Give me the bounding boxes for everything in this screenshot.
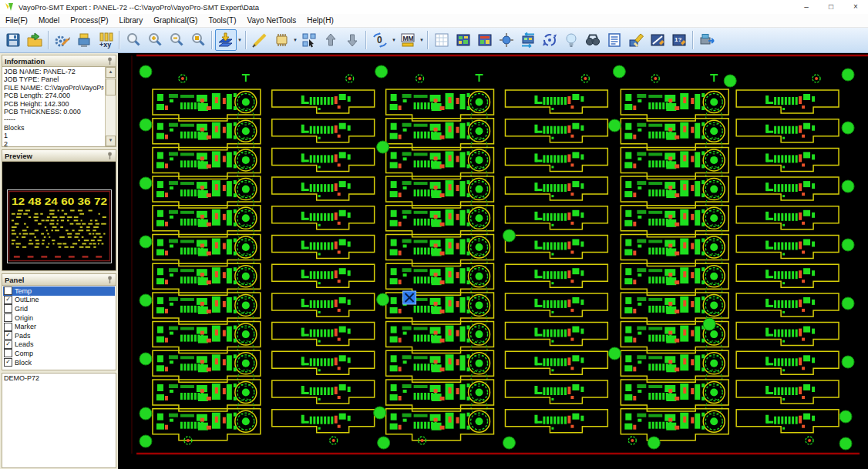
pin-icon[interactable] xyxy=(106,152,113,160)
info-line: JOB NAME: PANEL-72 xyxy=(4,68,104,75)
pcb-block-icon[interactable] xyxy=(474,29,496,51)
layer-label: Origin xyxy=(15,314,33,322)
toolbar-separator xyxy=(427,31,429,49)
zoom-fit-icon[interactable] xyxy=(187,29,209,51)
menu-item-help-h-[interactable]: Help(H) xyxy=(301,15,338,25)
checkbox-marker[interactable] xyxy=(4,323,12,331)
layer-select-icon[interactable] xyxy=(215,29,237,51)
center-origin-icon[interactable] xyxy=(496,29,517,51)
checkbox-comp[interactable] xyxy=(4,349,12,357)
board-rotate-icon[interactable] xyxy=(539,29,560,51)
layer-row-leads[interactable]: ✓Leads xyxy=(3,340,115,350)
menu-item-vayo-nettools[interactable]: Vayo NetTools xyxy=(242,15,302,25)
app-logo-icon xyxy=(5,2,15,12)
pcb-view-icon[interactable] xyxy=(453,29,474,51)
job-list-item[interactable]: DEMO-P72 xyxy=(4,374,114,382)
information-header[interactable]: Information xyxy=(2,55,116,67)
zoom-out-icon[interactable] xyxy=(166,29,187,51)
pcb-canvas[interactable] xyxy=(118,53,868,469)
layer-select-dropdown-icon[interactable]: ▼ xyxy=(237,38,243,42)
toolbar-separator xyxy=(245,31,247,49)
preview-panel: Preview 12 48 24 60 36 72 xyxy=(2,149,116,271)
save-icon[interactable] xyxy=(2,29,24,51)
layer-row-origin[interactable]: Origin xyxy=(3,313,115,323)
component-dropdown-icon[interactable]: ▼ xyxy=(292,38,298,42)
maximize-button[interactable]: □ xyxy=(819,0,843,14)
highlight-bulb-icon[interactable] xyxy=(560,29,582,51)
panel-header[interactable]: Panel xyxy=(2,273,116,286)
layer-row-marker[interactable]: Marker xyxy=(3,322,115,331)
menu-item-file-f-[interactable]: File(F) xyxy=(0,15,33,25)
toolbar-separator xyxy=(48,31,49,49)
preview-content: 12 48 24 60 36 72 xyxy=(2,162,116,271)
grid-array-icon[interactable] xyxy=(431,29,453,51)
export-machine-icon[interactable] xyxy=(696,29,718,51)
window-title: VayoPro-SMT Expert : PANEL-72 --C:\VayoP… xyxy=(19,3,794,12)
unit-mm-dropdown-icon[interactable]: ▼ xyxy=(419,38,425,42)
layer-row-temp[interactable]: Temp xyxy=(3,286,115,296)
multi-select-icon[interactable] xyxy=(298,29,320,51)
checkbox-pads[interactable]: ✓ xyxy=(4,331,12,340)
information-title: Information xyxy=(5,57,45,65)
find-binoculars-icon[interactable] xyxy=(582,29,604,51)
svg-text:+xy: +xy xyxy=(99,41,111,49)
zoom-window-icon[interactable] xyxy=(123,29,144,51)
pin-icon[interactable] xyxy=(106,276,113,284)
layer-panel: Panel Temp✓OutLineGridOriginMarker✓Pads✓… xyxy=(2,273,116,370)
rotate-angle-icon[interactable]: 0 xyxy=(369,29,391,51)
layer-row-outline[interactable]: ✓OutLine xyxy=(3,296,115,305)
info-line: PCB Height: 142.300 xyxy=(4,100,104,108)
zoom-in-icon[interactable] xyxy=(144,29,166,51)
preview-header[interactable]: Preview xyxy=(2,149,116,162)
title-bar: VayoPro-SMT Expert : PANEL-72 --C:\VayoP… xyxy=(0,0,868,14)
clean-brush-icon[interactable] xyxy=(625,29,647,51)
pin-icon[interactable] xyxy=(106,57,113,65)
checkbox-leads[interactable]: ✓ xyxy=(4,340,12,349)
panel-preview-thumbnail[interactable]: 12 48 24 60 36 72 xyxy=(7,189,112,263)
menu-item-process-p-[interactable]: Process(P) xyxy=(65,15,113,25)
report-list-icon[interactable] xyxy=(604,29,625,51)
svg-text:0: 0 xyxy=(377,35,382,45)
menu-item-graphical-g-[interactable]: Graphical(G) xyxy=(148,15,203,25)
scroll-thumb[interactable] xyxy=(106,79,116,95)
scroll-down-icon[interactable]: ▼ xyxy=(106,136,116,146)
layer-label: Grid xyxy=(15,305,28,313)
board-compare-icon[interactable] xyxy=(647,29,668,51)
move-down-icon[interactable] xyxy=(341,29,363,51)
layer-row-grid[interactable]: Grid xyxy=(3,304,115,313)
import-model-icon[interactable] xyxy=(24,29,45,51)
feeder-setup-icon[interactable] xyxy=(73,29,95,51)
board-transfer-icon[interactable] xyxy=(517,29,539,51)
job-list[interactable]: DEMO-P72 xyxy=(2,373,116,468)
information-content: JOB NAME: PANEL-72JOB TYPE: PanelFILE NA… xyxy=(2,67,116,147)
close-button[interactable]: × xyxy=(843,0,868,14)
menu-item-model[interactable]: Model xyxy=(33,15,65,25)
layer-label: Block xyxy=(15,359,32,367)
checkbox-outline[interactable]: ✓ xyxy=(4,296,12,304)
move-up-icon[interactable] xyxy=(320,29,341,51)
board-compare-2-icon[interactable]: 1? xyxy=(668,29,690,51)
layer-row-comp[interactable]: Comp xyxy=(3,349,115,358)
menu-item-tools-t-[interactable]: Tools(T) xyxy=(203,15,241,25)
checkbox-origin[interactable] xyxy=(4,313,12,322)
component-icon[interactable] xyxy=(271,29,292,51)
toolbar-separator xyxy=(365,31,367,49)
measure-icon[interactable] xyxy=(249,29,271,51)
selected-component[interactable] xyxy=(403,291,416,304)
unit-mm-icon[interactable]: MM xyxy=(397,29,419,51)
svg-text:1?: 1? xyxy=(675,36,681,43)
minimize-button[interactable]: – xyxy=(794,0,819,14)
checkbox-temp[interactable] xyxy=(4,286,12,295)
gear-edit-icon[interactable] xyxy=(52,29,73,51)
scroll-up-icon[interactable]: ▲ xyxy=(106,67,116,78)
menu-item-library[interactable]: Library xyxy=(114,15,149,25)
checkbox-grid[interactable] xyxy=(4,304,12,313)
layer-row-block[interactable]: ✓Block xyxy=(3,358,115,367)
checkbox-block[interactable]: ✓ xyxy=(4,358,12,367)
menu-bar: File(F)ModelProcess(P)LibraryGraphical(G… xyxy=(0,14,868,28)
layer-row-pads[interactable]: ✓Pads xyxy=(3,331,115,340)
rotate-angle-dropdown-icon[interactable]: ▼ xyxy=(391,38,397,42)
add-coordinates-icon[interactable]: +xy xyxy=(95,29,116,51)
information-scrollbar[interactable]: ▲ ▼ xyxy=(105,67,116,146)
canvas-background[interactable] xyxy=(118,53,868,469)
